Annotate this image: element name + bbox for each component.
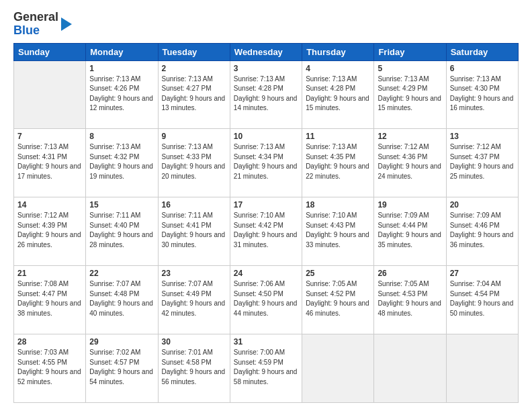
day-number: 26	[378, 269, 442, 278]
calendar-week-row: 14Sunrise: 7:12 AMSunset: 4:39 PMDayligh…	[14, 197, 519, 266]
day-info: Sunrise: 7:13 AMSunset: 4:28 PMDaylight:…	[234, 75, 298, 113]
day-number: 24	[234, 269, 298, 278]
calendar-cell: 26Sunrise: 7:05 AMSunset: 4:53 PMDayligh…	[374, 266, 446, 334]
day-info: Sunrise: 7:00 AMSunset: 4:59 PMDaylight:…	[234, 348, 298, 387]
day-number: 22	[89, 269, 154, 278]
calendar-cell: 27Sunrise: 7:04 AMSunset: 4:54 PMDayligh…	[446, 266, 518, 334]
day-number: 16	[162, 200, 226, 210]
day-number: 1	[89, 64, 154, 73]
day-info: Sunrise: 7:08 AMSunset: 4:47 PMDaylight:…	[17, 279, 82, 318]
day-number: 21	[17, 269, 82, 278]
calendar-cell	[302, 334, 374, 403]
day-number: 23	[162, 269, 226, 278]
calendar-cell: 13Sunrise: 7:12 AMSunset: 4:37 PMDayligh…	[446, 129, 518, 197]
calendar-cell: 3Sunrise: 7:13 AMSunset: 4:28 PMDaylight…	[230, 60, 302, 129]
calendar-weekday-header: Saturday	[446, 43, 518, 60]
calendar-week-row: 1Sunrise: 7:13 AMSunset: 4:26 PMDaylight…	[14, 60, 519, 129]
day-info: Sunrise: 7:06 AMSunset: 4:50 PMDaylight:…	[234, 279, 298, 318]
calendar-cell: 24Sunrise: 7:06 AMSunset: 4:50 PMDayligh…	[230, 266, 302, 334]
calendar-cell: 17Sunrise: 7:10 AMSunset: 4:42 PMDayligh…	[230, 197, 302, 266]
day-info: Sunrise: 7:13 AMSunset: 4:29 PMDaylight:…	[378, 75, 442, 113]
day-info: Sunrise: 7:13 AMSunset: 4:30 PMDaylight:…	[450, 75, 515, 113]
day-number: 30	[162, 337, 226, 347]
header: General Blue	[13, 11, 519, 38]
day-info: Sunrise: 7:03 AMSunset: 4:55 PMDaylight:…	[17, 348, 82, 387]
day-number: 10	[234, 132, 298, 141]
day-number: 12	[378, 132, 442, 141]
svg-marker-0	[61, 17, 72, 31]
day-number: 20	[450, 200, 515, 210]
calendar-cell	[446, 334, 518, 403]
day-info: Sunrise: 7:10 AMSunset: 4:42 PMDaylight:…	[234, 211, 298, 250]
calendar-table: SundayMondayTuesdayWednesdayThursdayFrid…	[13, 43, 519, 403]
day-info: Sunrise: 7:13 AMSunset: 4:28 PMDaylight:…	[306, 75, 370, 113]
day-number: 15	[89, 200, 154, 210]
calendar-cell: 28Sunrise: 7:03 AMSunset: 4:55 PMDayligh…	[14, 334, 86, 403]
day-info: Sunrise: 7:10 AMSunset: 4:43 PMDaylight:…	[306, 211, 370, 250]
calendar-cell: 7Sunrise: 7:13 AMSunset: 4:31 PMDaylight…	[14, 129, 86, 197]
day-info: Sunrise: 7:05 AMSunset: 4:53 PMDaylight:…	[378, 279, 442, 318]
day-number: 29	[89, 337, 154, 347]
day-number: 8	[89, 132, 154, 141]
day-number: 13	[450, 132, 515, 141]
day-number: 25	[306, 269, 370, 278]
day-info: Sunrise: 7:13 AMSunset: 4:32 PMDaylight:…	[89, 142, 154, 181]
day-info: Sunrise: 7:07 AMSunset: 4:49 PMDaylight:…	[162, 279, 226, 318]
day-info: Sunrise: 7:13 AMSunset: 4:33 PMDaylight:…	[162, 142, 226, 181]
day-info: Sunrise: 7:11 AMSunset: 4:41 PMDaylight:…	[162, 211, 226, 250]
day-info: Sunrise: 7:12 AMSunset: 4:37 PMDaylight:…	[450, 142, 515, 181]
calendar-cell	[14, 60, 86, 129]
calendar-cell: 31Sunrise: 7:00 AMSunset: 4:59 PMDayligh…	[230, 334, 302, 403]
day-number: 2	[162, 64, 226, 73]
day-number: 14	[17, 200, 82, 210]
day-info: Sunrise: 7:13 AMSunset: 4:31 PMDaylight:…	[17, 142, 82, 181]
calendar-cell: 5Sunrise: 7:13 AMSunset: 4:29 PMDaylight…	[374, 60, 446, 129]
calendar-cell: 14Sunrise: 7:12 AMSunset: 4:39 PMDayligh…	[14, 197, 86, 266]
day-info: Sunrise: 7:04 AMSunset: 4:54 PMDaylight:…	[450, 279, 515, 318]
day-info: Sunrise: 7:13 AMSunset: 4:26 PMDaylight:…	[89, 75, 154, 113]
day-number: 3	[234, 64, 298, 73]
day-number: 4	[306, 64, 370, 73]
calendar-cell: 18Sunrise: 7:10 AMSunset: 4:43 PMDayligh…	[302, 197, 374, 266]
calendar-weekday-header: Monday	[86, 43, 158, 60]
calendar-cell: 16Sunrise: 7:11 AMSunset: 4:41 PMDayligh…	[158, 197, 230, 266]
day-number: 19	[378, 200, 442, 210]
day-number: 28	[17, 337, 82, 347]
calendar-weekday-header: Wednesday	[230, 43, 302, 60]
day-info: Sunrise: 7:13 AMSunset: 4:27 PMDaylight:…	[162, 75, 226, 113]
page: General Blue SundayMondayTuesdayWednesda…	[0, 0, 532, 411]
calendar-cell: 9Sunrise: 7:13 AMSunset: 4:33 PMDaylight…	[158, 129, 230, 197]
day-info: Sunrise: 7:02 AMSunset: 4:57 PMDaylight:…	[89, 348, 154, 387]
calendar-weekday-header: Sunday	[14, 43, 86, 60]
day-info: Sunrise: 7:07 AMSunset: 4:48 PMDaylight:…	[89, 279, 154, 318]
calendar-header-row: SundayMondayTuesdayWednesdayThursdayFrid…	[14, 43, 519, 60]
day-number: 7	[17, 132, 82, 141]
calendar-cell: 15Sunrise: 7:11 AMSunset: 4:40 PMDayligh…	[86, 197, 158, 266]
calendar-cell: 8Sunrise: 7:13 AMSunset: 4:32 PMDaylight…	[86, 129, 158, 197]
calendar-cell: 11Sunrise: 7:13 AMSunset: 4:35 PMDayligh…	[302, 129, 374, 197]
calendar-cell: 21Sunrise: 7:08 AMSunset: 4:47 PMDayligh…	[14, 266, 86, 334]
calendar-cell: 25Sunrise: 7:05 AMSunset: 4:52 PMDayligh…	[302, 266, 374, 334]
calendar-cell: 30Sunrise: 7:01 AMSunset: 4:58 PMDayligh…	[158, 334, 230, 403]
calendar-cell: 6Sunrise: 7:13 AMSunset: 4:30 PMDaylight…	[446, 60, 518, 129]
calendar-cell: 12Sunrise: 7:12 AMSunset: 4:36 PMDayligh…	[374, 129, 446, 197]
day-info: Sunrise: 7:13 AMSunset: 4:35 PMDaylight:…	[306, 142, 370, 181]
calendar-cell: 29Sunrise: 7:02 AMSunset: 4:57 PMDayligh…	[86, 334, 158, 403]
calendar-cell: 20Sunrise: 7:09 AMSunset: 4:46 PMDayligh…	[446, 197, 518, 266]
calendar-cell: 23Sunrise: 7:07 AMSunset: 4:49 PMDayligh…	[158, 266, 230, 334]
day-info: Sunrise: 7:12 AMSunset: 4:36 PMDaylight:…	[378, 142, 442, 181]
calendar-cell	[374, 334, 446, 403]
calendar-weekday-header: Tuesday	[158, 43, 230, 60]
calendar-cell: 10Sunrise: 7:13 AMSunset: 4:34 PMDayligh…	[230, 129, 302, 197]
day-info: Sunrise: 7:11 AMSunset: 4:40 PMDaylight:…	[89, 211, 154, 250]
calendar-weekday-header: Thursday	[302, 43, 374, 60]
calendar-week-row: 28Sunrise: 7:03 AMSunset: 4:55 PMDayligh…	[14, 334, 519, 403]
day-number: 5	[378, 64, 442, 73]
day-number: 9	[162, 132, 226, 141]
day-info: Sunrise: 7:05 AMSunset: 4:52 PMDaylight:…	[306, 279, 370, 318]
day-info: Sunrise: 7:09 AMSunset: 4:46 PMDaylight:…	[450, 211, 515, 250]
day-number: 31	[234, 337, 298, 347]
calendar-cell: 1Sunrise: 7:13 AMSunset: 4:26 PMDaylight…	[86, 60, 158, 129]
calendar-week-row: 21Sunrise: 7:08 AMSunset: 4:47 PMDayligh…	[14, 266, 519, 334]
calendar-cell: 4Sunrise: 7:13 AMSunset: 4:28 PMDaylight…	[302, 60, 374, 129]
